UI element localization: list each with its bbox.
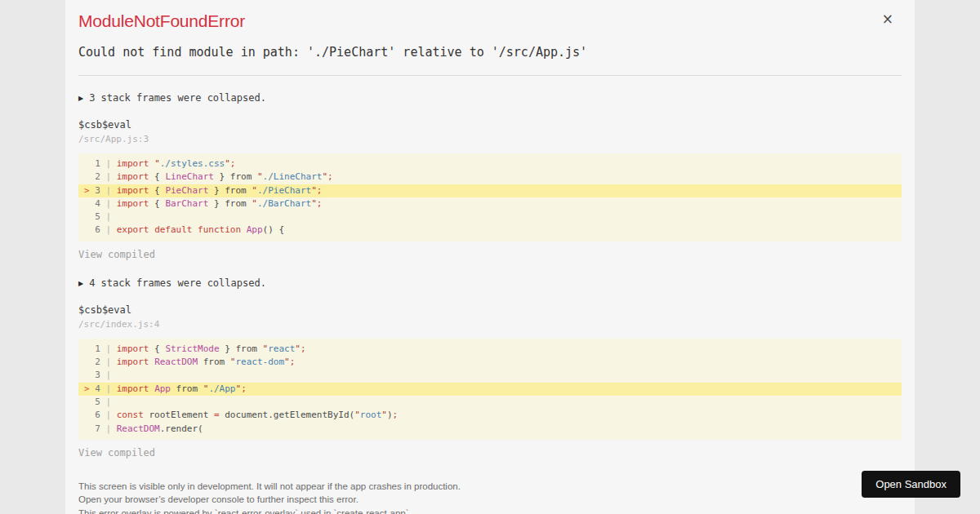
stack-frame-location: /src/index.js:4 [78, 319, 902, 330]
view-compiled-link[interactable]: View compiled [78, 250, 155, 259]
close-icon[interactable]: × [882, 12, 893, 26]
code-line: > 4 | import App from "./App"; [78, 383, 902, 396]
collapsed-frames-toggle[interactable]: ▶4 stack frames were collapsed. [78, 277, 902, 289]
stack-frame-function: $csb$eval [78, 119, 902, 131]
stack-frame-location: /src/App.js:3 [78, 134, 902, 144]
code-line: 5 | [78, 210, 902, 224]
open-sandbox-button[interactable]: Open Sandbox [862, 471, 960, 498]
code-line: 1 | import { StrictMode } from "react"; [78, 343, 902, 356]
footer-line: Open your browser’s developer console to… [78, 493, 902, 507]
code-line: 2 | import ReactDOM from "react-dom"; [78, 356, 902, 369]
stack-frame-function: $csb$eval [78, 304, 902, 316]
code-frame: 1 | import { StrictMode } from "react"; … [78, 339, 902, 440]
code-line: 6 | export default function App() { [78, 224, 902, 237]
view-compiled-link[interactable]: View compiled [78, 448, 155, 458]
collapse-arrow-icon: ▶ [78, 280, 83, 287]
divider [78, 75, 902, 76]
error-title: ModuleNotFoundError [78, 11, 902, 31]
code-frame: 1 | import "./styles.css"; 2 | import { … [78, 153, 902, 241]
error-overlay: × ModuleNotFoundError Could not find mod… [65, 0, 915, 514]
collapsed-frames-label: 3 stack frames were collapsed. [89, 92, 266, 104]
collapsed-frames-toggle[interactable]: ▶3 stack frames were collapsed. [78, 92, 902, 104]
code-line: 1 | import "./styles.css"; [78, 157, 902, 171]
error-message: Could not find module in path: './PieCha… [78, 45, 902, 60]
collapse-arrow-icon: ▶ [78, 95, 83, 102]
footer-line: This screen is visible only in developme… [78, 480, 902, 494]
code-line: 2 | import { LineChart } from "./LineCha… [78, 171, 902, 184]
footer-line: This error overlay is powered by `react-… [78, 507, 902, 514]
code-line: 6 | const rootElement = document.getElem… [78, 409, 902, 422]
code-line: 4 | import { BarChart } from "./BarChart… [78, 197, 902, 210]
dev-footer: This screen is visible only in developme… [78, 480, 902, 514]
collapsed-frames-label: 4 stack frames were collapsed. [89, 277, 266, 289]
code-line: 7 | ReactDOM.render( [78, 423, 902, 436]
code-line: > 3 | import { PieChart } from "./PieCha… [78, 184, 902, 197]
code-line: 3 | [78, 369, 902, 382]
code-line: 5 | [78, 396, 902, 409]
